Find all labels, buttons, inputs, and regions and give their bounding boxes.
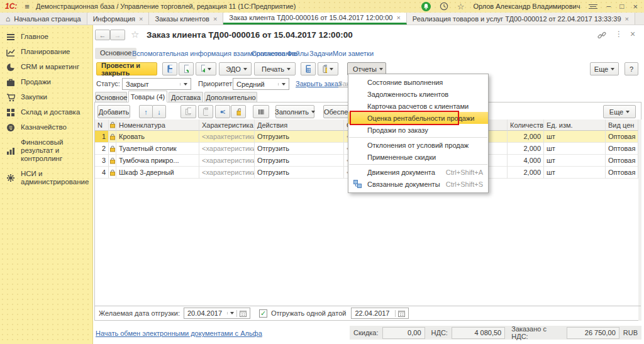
sidebar-item-crm[interactable]: CRM и маркетинг [6, 63, 87, 72]
move-up-button[interactable]: ↑ [139, 105, 153, 118]
close-form-icon[interactable]: × [630, 29, 635, 39]
menu-item-sales-by-order[interactable]: Продажи по заказу [348, 124, 488, 136]
sidebar-item-purchases[interactable]: Закупки [6, 93, 87, 102]
totals-bar: Скидка: 0,00 НДС: 4 080,50 Заказано с НД… [350, 326, 641, 340]
move-down-button[interactable]: ↓ [152, 105, 166, 118]
col-header-nomenclature[interactable]: Номенклатура [116, 119, 199, 131]
menu-item-related-documents[interactable]: Связанные документы Ctrl+Shift+S [348, 178, 488, 190]
notifications-icon[interactable] [421, 2, 431, 11]
col-header-lock[interactable] [109, 119, 116, 131]
close-order-link[interactable]: Закрыть заказ [296, 80, 341, 87]
forward-button[interactable]: → [110, 30, 125, 40]
sidebar-item-label: Казначейство [21, 123, 67, 131]
help-button[interactable]: ? [625, 62, 638, 75]
share-button[interactable] [215, 105, 230, 118]
menu-item-applied-discounts[interactable]: Примененные скидки [348, 151, 488, 163]
lock-rows-button[interactable] [231, 105, 246, 118]
minimize-button[interactable]: – [606, 3, 611, 10]
tab-current-order[interactable]: Заказ клиента ТД00-000016 от 15.04.2017 … [223, 13, 407, 25]
service-menu-icon[interactable] [589, 4, 597, 9]
priority-select[interactable]: Средний [233, 78, 289, 90]
favorites-icon[interactable]: ☆ [457, 3, 465, 11]
ship-date-input[interactable]: 20.04.2017 [184, 308, 250, 319]
current-user[interactable]: Орлов Александр Владимирович [473, 3, 580, 10]
col-header-actions[interactable]: Действия [255, 119, 344, 131]
tab-close-icon[interactable]: × [625, 15, 629, 23]
nav-files[interactable]: Файлы [287, 50, 309, 57]
add-row-button[interactable]: Добавить [97, 105, 130, 118]
planning-icon [6, 48, 15, 57]
doc-tab-delivery[interactable]: Доставка [169, 92, 203, 103]
sidebar-item-warehouse[interactable]: Склад и доставка [6, 108, 87, 117]
tab-customer-orders[interactable]: Заказы клиентов × [149, 13, 223, 25]
col-header-n[interactable]: N [95, 119, 109, 131]
calendar-icon[interactable] [395, 310, 405, 317]
menu-item-execution-state[interactable]: Состояние выполнения [348, 76, 488, 88]
print-button[interactable]: Печать [254, 62, 296, 75]
table-more-button[interactable]: Еще [603, 105, 636, 118]
dropdown-caret [208, 68, 211, 70]
menu-item-customer-debt[interactable]: Задолженность клиентов [348, 88, 488, 100]
maximize-button[interactable]: □ [619, 3, 624, 10]
tab-sales-document[interactable]: Реализация товаров и услуг ТД00-000012 о… [407, 13, 635, 25]
status-select[interactable]: Закрыт [122, 78, 191, 90]
save-button[interactable] [162, 62, 177, 75]
sidebar-item-main[interactable]: Главное [6, 33, 87, 42]
sidebar-item-sales[interactable]: Продажи [6, 78, 87, 87]
tab-information[interactable]: Информация × [87, 13, 150, 25]
ordered-label: Заказано с НДС: [511, 325, 563, 340]
create-based-on-button[interactable] [196, 62, 216, 75]
col-header-unit[interactable]: Ед. изм. [544, 119, 606, 131]
dropdown-caret [230, 312, 234, 314]
col-header-quantity[interactable]: Количество [508, 119, 544, 131]
clipboard-tools-button[interactable] [318, 62, 338, 75]
table-scrollbar[interactable] [638, 119, 641, 321]
more-button[interactable]: Еще [590, 62, 619, 75]
col-header-price-kind[interactable]: Вид цен [606, 119, 638, 131]
copy-icon [186, 108, 191, 116]
menu-item-document-movements[interactable]: Движения документа Ctrl+Shift+A [348, 166, 488, 178]
post-and-close-button[interactable]: Провести и закрыть [96, 62, 157, 75]
col-header-characteristic[interactable]: Характеристика [199, 119, 255, 131]
fill-label: Заполнить [275, 108, 309, 116]
dropdown-caret [330, 68, 333, 70]
tab-close-icon[interactable]: × [213, 15, 217, 23]
nav-tasks[interactable]: Задачи [309, 50, 333, 57]
copy-row-button[interactable] [180, 105, 196, 118]
main-menu-icon[interactable]: ≡ [25, 2, 30, 11]
share-icon [220, 108, 225, 116]
tab-close-icon[interactable]: × [139, 15, 143, 23]
sidebar-item-treasury[interactable]: Казначейство [6, 123, 87, 132]
fill-button[interactable]: Заполнить [275, 105, 314, 118]
doc-tab-main[interactable]: Основное [95, 92, 127, 103]
sidebar-item-planning[interactable]: Планирование [6, 48, 87, 57]
doc-tab-additional[interactable]: Дополнительно [204, 92, 257, 103]
barcode-scan-button[interactable] [253, 105, 269, 118]
history-icon[interactable] [440, 2, 448, 11]
get-link-icon[interactable] [597, 31, 606, 40]
menu-item-sales-condition-deviations[interactable]: Отклонения от условий продаж [348, 139, 488, 151]
sidebar-item-finance[interactable]: Финансовый результат и контроллинг [6, 138, 87, 164]
edi-exchange-link[interactable]: Начать обмен электронными документами с … [96, 330, 262, 337]
favorite-star-icon[interactable]: ☆ [131, 29, 139, 40]
tab-close-icon[interactable]: × [396, 14, 400, 21]
single-date-input[interactable]: 22.04.2017 [351, 308, 409, 319]
close-window-button[interactable]: × [633, 3, 638, 11]
single-date-checkbox[interactable]: ✓ [259, 309, 267, 318]
edo-button[interactable]: ЭДО [219, 62, 252, 75]
calendar-icon[interactable] [236, 310, 247, 317]
menu-item-settlements-card[interactable]: Карточка расчетов с клиентами [348, 100, 488, 112]
lock-icon [109, 121, 115, 128]
tab-home[interactable]: ⌂ Начальная страница [0, 13, 87, 25]
calculator-button[interactable] [301, 62, 316, 75]
back-button[interactable]: ← [95, 30, 110, 40]
nav-main[interactable]: Основное [95, 48, 136, 59]
nav-my-notes[interactable]: Мои заметки [333, 50, 374, 57]
doc-tab-goods[interactable]: Товары (4) [128, 91, 167, 103]
cell-price-kind: Оптовая [606, 131, 638, 143]
menu-item-profitability-estimate[interactable]: Оценка рентабельности продажи [348, 112, 488, 124]
post-document-button[interactable] [179, 62, 194, 75]
paste-button[interactable] [198, 105, 213, 118]
sidebar-item-admin[interactable]: НСИ и администрирование [6, 170, 87, 186]
more-kebab-icon[interactable]: ⋮ [615, 30, 623, 38]
